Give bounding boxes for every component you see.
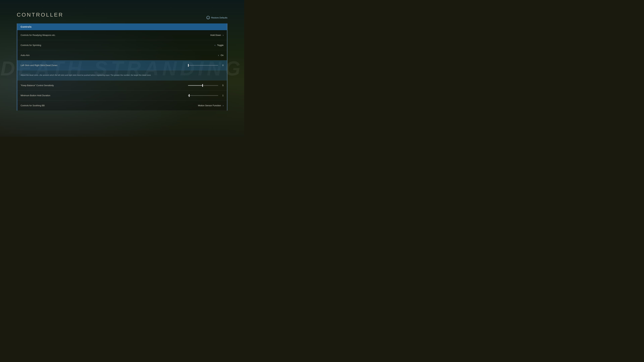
label-button-hold: Minimum Button Hold Duration [21, 94, 188, 97]
auto-aim-value: On [221, 54, 224, 56]
row-dead-zones[interactable]: Left Stick and Right Stick Dead Zones 0 [17, 60, 227, 70]
label-sprinting: Controls for Sprinting [21, 44, 214, 46]
row-dead-zones-description: Adjust the dead zone—the amount which th… [17, 70, 227, 80]
label-readying-weapons: Controls for Readying Weapons etc. [21, 34, 210, 36]
balance-slider[interactable]: 5 [188, 84, 224, 87]
slider-thumb-button-hold [189, 94, 190, 97]
readying-weapons-value: Hold Down [210, 34, 221, 36]
soothing-bb-value: Motion Sensor Function [198, 104, 221, 107]
value-balance-sensitivity: 5 [188, 84, 224, 87]
section-header: Controls [17, 23, 227, 30]
triangle-icon: △ [206, 16, 210, 19]
row-auto-aim[interactable]: Auto-Aim ‹ On [17, 50, 227, 60]
balance-value: 5 [220, 84, 224, 87]
slider-fill-balance [188, 85, 202, 86]
label-balance-sensitivity: "Keep Balance" Control Sensitivity [21, 84, 188, 87]
button-hold-value: 1 [220, 94, 224, 97]
value-dead-zones: 0 [188, 64, 224, 66]
row-balance-sensitivity[interactable]: "Keep Balance" Control Sensitivity 5 [17, 80, 227, 90]
row-button-hold[interactable]: Minimum Button Hold Duration 1 [17, 90, 227, 100]
slider-track-balance [188, 85, 218, 86]
page-title: Controller [17, 12, 64, 18]
row-readying-weapons[interactable]: Controls for Readying Weapons etc. Hold … [17, 30, 227, 40]
label-dead-zones: Left Stick and Right Stick Dead Zones [21, 64, 188, 66]
slider-track-dead-zones [188, 65, 218, 66]
chevron-right-icon-bb: › [223, 104, 224, 107]
settings-panel: Controls Controls for Readying Weapons e… [17, 23, 228, 111]
dead-zones-slider[interactable]: 0 [188, 64, 224, 66]
chevron-left-icon-autoaim: ‹ [218, 54, 219, 57]
value-button-hold: 1 [188, 94, 224, 97]
restore-defaults-button[interactable]: △ Restore Defaults [206, 16, 228, 19]
dead-zones-value: 0 [220, 64, 224, 66]
value-auto-aim: ‹ On [218, 54, 224, 57]
row-soothing-bb[interactable]: Controls for Soothing BB Motion Sensor F… [17, 100, 227, 111]
sprinting-value: Toggle [217, 44, 224, 46]
dead-zones-description: Adjust the dead zone—the amount which th… [21, 74, 151, 76]
chevron-right-icon: › [223, 34, 224, 37]
row-sprinting[interactable]: Controls for Sprinting ‹ Toggle [17, 40, 227, 50]
button-hold-slider[interactable]: 1 [188, 94, 224, 97]
label-auto-aim: Auto-Aim [21, 54, 218, 56]
value-soothing-bb: Motion Sensor Function › [198, 104, 224, 107]
slider-track-button-hold [188, 95, 218, 96]
chevron-left-icon: ‹ [214, 44, 215, 47]
label-soothing-bb: Controls for Soothing BB [21, 104, 198, 107]
value-sprinting: ‹ Toggle [214, 44, 224, 47]
restore-defaults-label: Restore Defaults [211, 16, 228, 19]
value-readying-weapons: Hold Down › [210, 34, 224, 37]
slider-thumb-balance [202, 84, 203, 87]
slider-thumb-dead-zones [188, 64, 189, 67]
